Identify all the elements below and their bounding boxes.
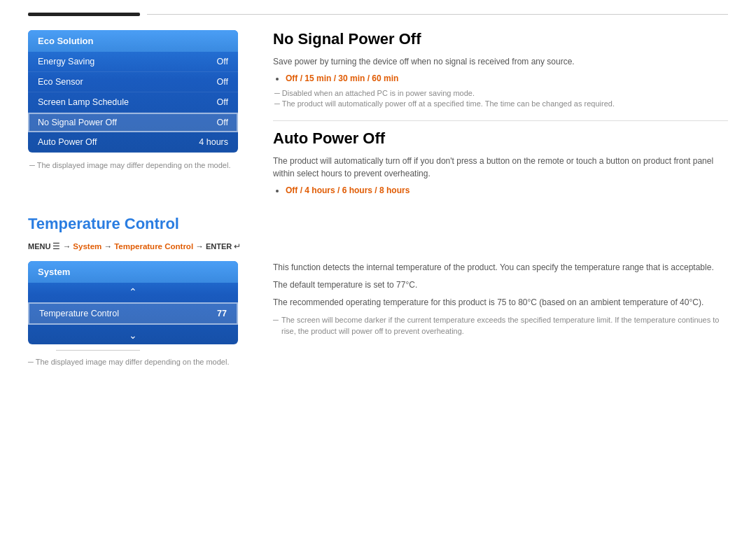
- temp-main-content: System ⌃ Temperature Control 77 ⌄ This f…: [28, 261, 728, 344]
- no-signal-note2: The product will automatically power off…: [273, 99, 728, 108]
- top-bar-line: [147, 14, 728, 15]
- system-header: System: [28, 261, 238, 283]
- no-signal-options-highlight: Off / 15 min / 30 min / 60 min: [286, 73, 398, 83]
- arrow1: →: [63, 242, 74, 251]
- temp-note: The screen will become darker if the cur…: [273, 314, 728, 337]
- menu-keyword: MENU: [28, 242, 52, 251]
- menu-item-label: Auto Power Off: [38, 137, 97, 147]
- system-menu-box: System ⌃ Temperature Control 77 ⌄: [28, 261, 238, 344]
- menu-item-label: Screen Lamp Schedule: [38, 97, 129, 107]
- auto-power-title: Auto Power Off: [273, 129, 728, 148]
- top-bar: [0, 0, 756, 16]
- menu-item-label: Eco Sensor: [38, 77, 83, 87]
- bottom-bar-line: [56, 350, 140, 351]
- temp-control-menu-item[interactable]: Temperature Control 77: [28, 302, 238, 325]
- menu-item-value: Off: [217, 97, 228, 107]
- system-link[interactable]: System: [73, 242, 102, 251]
- auto-power-options: Off / 4 hours / 6 hours / 8 hours: [286, 185, 728, 195]
- eco-disclaimer: The displayed image may differ depending…: [28, 161, 238, 169]
- temperature-section: Temperature Control MENU ☰ → System → Te…: [0, 215, 756, 366]
- enter-icon: ↵: [234, 242, 241, 251]
- eco-solution-header: Eco Solution: [28, 30, 238, 52]
- menu-icon: ☰: [52, 242, 60, 251]
- eco-solution-panel: Eco Solution Energy Saving Off Eco Senso…: [28, 30, 238, 201]
- arrow2: →: [104, 242, 114, 251]
- temp-control-link[interactable]: Temperature Control: [114, 242, 193, 251]
- menu-item-value: Off: [217, 57, 228, 66]
- auto-power-desc: The product will automatically turn off …: [273, 155, 728, 180]
- arrow-down-icon[interactable]: ⌄: [28, 326, 238, 344]
- top-bar-accent: [28, 13, 140, 16]
- section-divider: [273, 120, 728, 121]
- auto-power-options-highlight: Off / 4 hours / 6 hours / 8 hours: [286, 185, 410, 195]
- temp-desc2: The default temperature is set to 77°C.: [273, 279, 728, 292]
- temp-desc3: The recommended operating temperature fo…: [273, 296, 728, 309]
- menu-item-auto-power[interactable]: Auto Power Off 4 hours: [28, 132, 238, 153]
- system-menu-panel: System ⌃ Temperature Control 77 ⌄: [28, 261, 238, 344]
- menu-item-eco-sensor[interactable]: Eco Sensor Off: [28, 72, 238, 92]
- menu-item-label: No Signal Power Off: [38, 118, 117, 127]
- no-signal-desc: Save power by turning the device off whe…: [273, 55, 728, 68]
- menu-item-value: Off: [217, 77, 228, 87]
- menu-item-no-signal[interactable]: No Signal Power Off Off: [28, 113, 238, 132]
- menu-item-energy-saving[interactable]: Energy Saving Off: [28, 52, 238, 72]
- menu-item-value: Off: [217, 118, 228, 127]
- no-signal-title: No Signal Power Off: [273, 30, 728, 48]
- temp-control-value: 77: [217, 309, 227, 318]
- temp-description-panel: This function detects the internal tempe…: [259, 261, 728, 344]
- enter-keyword: ENTER: [206, 242, 234, 251]
- arrow-up-icon[interactable]: ⌃: [28, 283, 238, 301]
- menu-path: MENU ☰ → System → Temperature Control → …: [28, 241, 728, 251]
- no-signal-note1: Disabled when an attached PC is in power…: [273, 89, 728, 97]
- menu-item-label: Energy Saving: [38, 57, 94, 66]
- menu-item-screen-lamp[interactable]: Screen Lamp Schedule Off: [28, 92, 238, 113]
- temperature-title: Temperature Control: [28, 215, 728, 233]
- eco-solution-menu: Eco Solution Energy Saving Off Eco Senso…: [28, 30, 238, 153]
- menu-item-value: 4 hours: [199, 137, 228, 147]
- no-signal-options: Off / 15 min / 30 min / 60 min: [286, 73, 728, 83]
- arrow3: →: [195, 242, 206, 251]
- no-signal-options-list: Off / 15 min / 30 min / 60 min: [286, 73, 728, 83]
- upper-section: Eco Solution Energy Saving Off Eco Senso…: [0, 16, 756, 215]
- temp-control-label: Temperature Control: [39, 309, 119, 318]
- right-content-panel: No Signal Power Off Save power by turnin…: [259, 30, 728, 201]
- temp-disclaimer: The displayed image may differ depending…: [28, 358, 728, 366]
- temp-desc1: This function detects the internal tempe…: [273, 261, 728, 274]
- auto-power-options-list: Off / 4 hours / 6 hours / 8 hours: [286, 185, 728, 195]
